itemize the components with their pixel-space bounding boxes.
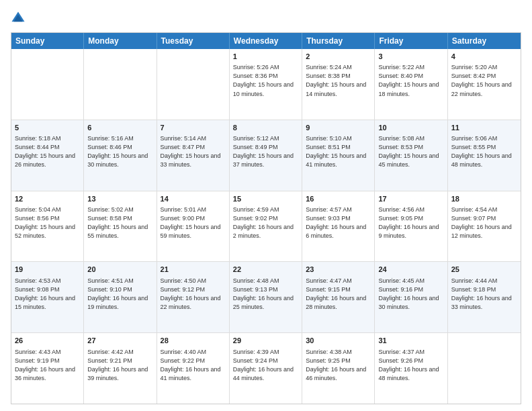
calendar-cell: 13Sunrise: 5:02 AM Sunset: 8:58 PM Dayli… xyxy=(84,191,157,262)
day-info: Sunrise: 4:57 AM Sunset: 9:03 PM Dayligh… xyxy=(306,205,371,240)
day-number: 31 xyxy=(378,336,443,346)
calendar-row: 1Sunrise: 5:26 AM Sunset: 8:36 PM Daylig… xyxy=(11,49,521,120)
calendar-header-cell: Thursday xyxy=(302,33,375,49)
day-info: Sunrise: 4:50 AM Sunset: 9:12 PM Dayligh… xyxy=(161,277,226,312)
day-number: 22 xyxy=(233,265,298,275)
day-info: Sunrise: 5:16 AM Sunset: 8:46 PM Dayligh… xyxy=(87,134,152,169)
logo xyxy=(11,11,28,26)
calendar-cell: 23Sunrise: 4:47 AM Sunset: 9:15 PM Dayli… xyxy=(302,262,375,332)
calendar-cell: 21Sunrise: 4:50 AM Sunset: 9:12 PM Dayli… xyxy=(157,262,230,332)
day-number: 6 xyxy=(87,123,152,133)
calendar-cell: 20Sunrise: 4:51 AM Sunset: 9:10 PM Dayli… xyxy=(84,262,157,332)
day-info: Sunrise: 4:43 AM Sunset: 9:19 PM Dayligh… xyxy=(15,348,80,383)
day-info: Sunrise: 4:54 AM Sunset: 9:07 PM Dayligh… xyxy=(451,205,517,240)
calendar-body: 1Sunrise: 5:26 AM Sunset: 8:36 PM Daylig… xyxy=(11,49,521,404)
calendar-cell: 2Sunrise: 5:24 AM Sunset: 8:38 PM Daylig… xyxy=(302,49,375,120)
day-number: 21 xyxy=(161,265,226,275)
calendar-cell: 4Sunrise: 5:20 AM Sunset: 8:42 PM Daylig… xyxy=(448,49,521,120)
day-number: 10 xyxy=(378,123,443,133)
day-number: 4 xyxy=(451,52,517,62)
day-info: Sunrise: 5:02 AM Sunset: 8:58 PM Dayligh… xyxy=(87,205,152,240)
calendar: SundayMondayTuesdayWednesdayThursdayFrid… xyxy=(11,32,521,404)
day-number: 30 xyxy=(306,336,371,346)
day-number: 18 xyxy=(451,194,517,204)
calendar-row: 5Sunrise: 5:18 AM Sunset: 8:44 PM Daylig… xyxy=(11,120,521,191)
calendar-cell: 15Sunrise: 4:59 AM Sunset: 9:02 PM Dayli… xyxy=(230,191,302,262)
day-info: Sunrise: 5:20 AM Sunset: 8:42 PM Dayligh… xyxy=(451,63,517,98)
calendar-row: 12Sunrise: 5:04 AM Sunset: 8:56 PM Dayli… xyxy=(11,191,521,262)
day-number: 11 xyxy=(451,123,517,133)
day-info: Sunrise: 5:26 AM Sunset: 8:36 PM Dayligh… xyxy=(233,63,298,98)
day-info: Sunrise: 5:04 AM Sunset: 8:56 PM Dayligh… xyxy=(15,205,80,240)
calendar-cell: 7Sunrise: 5:14 AM Sunset: 8:47 PM Daylig… xyxy=(157,120,230,191)
day-info: Sunrise: 4:59 AM Sunset: 9:02 PM Dayligh… xyxy=(233,205,298,240)
day-number: 16 xyxy=(306,194,371,204)
header xyxy=(11,11,521,26)
day-info: Sunrise: 4:47 AM Sunset: 9:15 PM Dayligh… xyxy=(306,277,371,312)
calendar-header-cell: Tuesday xyxy=(157,33,230,49)
day-info: Sunrise: 5:18 AM Sunset: 8:44 PM Dayligh… xyxy=(15,134,80,169)
day-info: Sunrise: 4:38 AM Sunset: 9:25 PM Dayligh… xyxy=(306,348,371,383)
day-info: Sunrise: 5:08 AM Sunset: 8:53 PM Dayligh… xyxy=(378,134,443,169)
calendar-cell xyxy=(84,49,157,120)
calendar-cell: 12Sunrise: 5:04 AM Sunset: 8:56 PM Dayli… xyxy=(11,191,84,262)
day-info: Sunrise: 4:39 AM Sunset: 9:24 PM Dayligh… xyxy=(233,348,298,383)
day-number: 19 xyxy=(15,265,80,275)
logo-icon xyxy=(11,11,26,26)
calendar-cell: 11Sunrise: 5:06 AM Sunset: 8:55 PM Dayli… xyxy=(448,120,521,191)
calendar-cell: 16Sunrise: 4:57 AM Sunset: 9:03 PM Dayli… xyxy=(302,191,375,262)
day-number: 28 xyxy=(161,336,226,346)
calendar-header-row: SundayMondayTuesdayWednesdayThursdayFrid… xyxy=(11,33,521,49)
calendar-cell: 5Sunrise: 5:18 AM Sunset: 8:44 PM Daylig… xyxy=(11,120,84,191)
calendar-cell: 18Sunrise: 4:54 AM Sunset: 9:07 PM Dayli… xyxy=(448,191,521,262)
calendar-cell: 6Sunrise: 5:16 AM Sunset: 8:46 PM Daylig… xyxy=(84,120,157,191)
day-number: 8 xyxy=(233,123,298,133)
day-number: 24 xyxy=(378,265,443,275)
day-number: 3 xyxy=(378,52,443,62)
day-info: Sunrise: 4:48 AM Sunset: 9:13 PM Dayligh… xyxy=(233,277,298,312)
calendar-header-cell: Saturday xyxy=(448,33,521,49)
calendar-cell xyxy=(448,333,521,404)
day-number: 9 xyxy=(306,123,371,133)
day-number: 25 xyxy=(451,265,517,275)
calendar-row: 19Sunrise: 4:53 AM Sunset: 9:08 PM Dayli… xyxy=(11,261,521,332)
day-info: Sunrise: 5:24 AM Sunset: 8:38 PM Dayligh… xyxy=(306,63,371,98)
calendar-cell: 19Sunrise: 4:53 AM Sunset: 9:08 PM Dayli… xyxy=(11,262,84,332)
day-number: 5 xyxy=(15,123,80,133)
calendar-cell: 14Sunrise: 5:01 AM Sunset: 9:00 PM Dayli… xyxy=(157,191,230,262)
day-number: 23 xyxy=(306,265,371,275)
calendar-cell: 1Sunrise: 5:26 AM Sunset: 8:36 PM Daylig… xyxy=(230,49,302,120)
day-info: Sunrise: 4:37 AM Sunset: 9:26 PM Dayligh… xyxy=(378,348,443,383)
day-number: 15 xyxy=(233,194,298,204)
day-info: Sunrise: 4:45 AM Sunset: 9:16 PM Dayligh… xyxy=(378,277,443,312)
day-info: Sunrise: 4:42 AM Sunset: 9:21 PM Dayligh… xyxy=(87,348,152,383)
page: SundayMondayTuesdayWednesdayThursdayFrid… xyxy=(0,0,532,411)
calendar-header-cell: Friday xyxy=(375,33,447,49)
calendar-cell: 29Sunrise: 4:39 AM Sunset: 9:24 PM Dayli… xyxy=(230,333,302,404)
day-info: Sunrise: 5:10 AM Sunset: 8:51 PM Dayligh… xyxy=(306,134,371,169)
calendar-cell: 8Sunrise: 5:12 AM Sunset: 8:49 PM Daylig… xyxy=(230,120,302,191)
day-info: Sunrise: 5:22 AM Sunset: 8:40 PM Dayligh… xyxy=(378,63,443,98)
day-info: Sunrise: 5:06 AM Sunset: 8:55 PM Dayligh… xyxy=(451,134,517,169)
day-number: 7 xyxy=(161,123,226,133)
day-number: 29 xyxy=(233,336,298,346)
day-number: 14 xyxy=(161,194,226,204)
day-info: Sunrise: 4:53 AM Sunset: 9:08 PM Dayligh… xyxy=(15,277,80,312)
calendar-header-cell: Monday xyxy=(84,33,157,49)
day-info: Sunrise: 5:12 AM Sunset: 8:49 PM Dayligh… xyxy=(233,134,298,169)
calendar-cell: 30Sunrise: 4:38 AM Sunset: 9:25 PM Dayli… xyxy=(302,333,375,404)
day-info: Sunrise: 5:14 AM Sunset: 8:47 PM Dayligh… xyxy=(161,134,226,169)
day-number: 13 xyxy=(87,194,152,204)
calendar-header-cell: Sunday xyxy=(11,33,84,49)
day-number: 27 xyxy=(87,336,152,346)
calendar-cell xyxy=(11,49,84,120)
day-number: 12 xyxy=(15,194,80,204)
calendar-cell: 10Sunrise: 5:08 AM Sunset: 8:53 PM Dayli… xyxy=(375,120,447,191)
day-number: 2 xyxy=(306,52,371,62)
day-info: Sunrise: 4:44 AM Sunset: 9:18 PM Dayligh… xyxy=(451,277,517,312)
day-number: 17 xyxy=(378,194,443,204)
day-info: Sunrise: 4:56 AM Sunset: 9:05 PM Dayligh… xyxy=(378,205,443,240)
day-number: 1 xyxy=(233,52,298,62)
calendar-row: 26Sunrise: 4:43 AM Sunset: 9:19 PM Dayli… xyxy=(11,332,521,404)
day-info: Sunrise: 5:01 AM Sunset: 9:00 PM Dayligh… xyxy=(161,205,226,240)
